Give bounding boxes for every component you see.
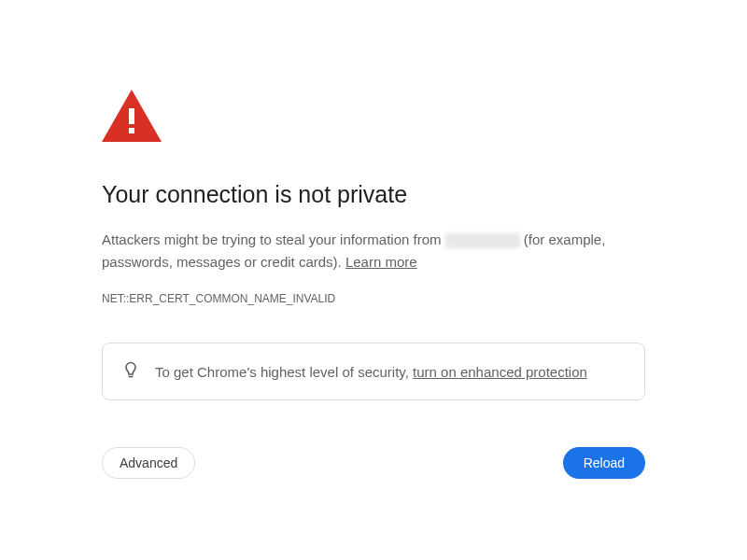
lightbulb-icon <box>121 360 140 383</box>
button-row: Advanced Reload <box>102 447 645 479</box>
error-code: NET::ERR_CERT_COMMON_NAME_INVALID <box>102 292 645 305</box>
info-text: To get Chrome's highest level of securit… <box>155 364 587 380</box>
info-prefix: To get Chrome's highest level of securit… <box>155 364 413 380</box>
reload-button[interactable]: Reload <box>563 447 645 479</box>
description-prefix: Attackers might be trying to steal your … <box>102 231 445 247</box>
page-title: Your connection is not private <box>102 181 645 208</box>
svg-rect-2 <box>129 128 134 133</box>
warning-triangle-icon <box>102 90 645 146</box>
error-description: Attackers might be trying to steal your … <box>102 229 645 273</box>
enhanced-protection-info-box: To get Chrome's highest level of securit… <box>102 343 645 400</box>
advanced-button[interactable]: Advanced <box>102 447 195 479</box>
svg-rect-1 <box>129 108 134 124</box>
enhanced-protection-link[interactable]: turn on enhanced protection <box>413 364 587 380</box>
learn-more-link[interactable]: Learn more <box>345 254 417 270</box>
error-page-container: Your connection is not private Attackers… <box>0 0 747 479</box>
redacted-hostname <box>445 233 520 248</box>
